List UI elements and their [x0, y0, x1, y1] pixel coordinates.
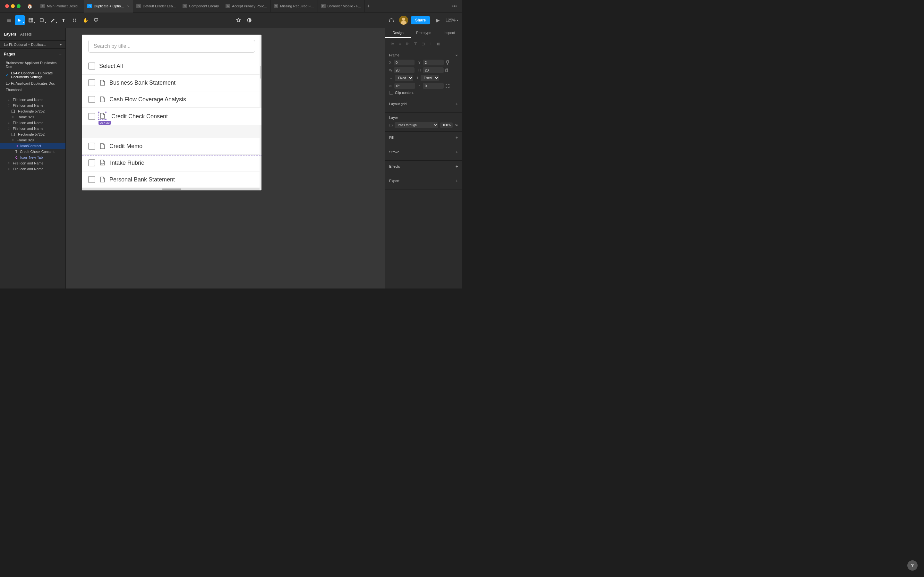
- tab-borrower[interactable]: B Borrower Mobile - F...: [318, 0, 365, 13]
- distribute[interactable]: ⊞: [435, 41, 442, 47]
- doc-checkbox[interactable]: [88, 176, 95, 183]
- add-layout-grid[interactable]: +: [456, 101, 458, 106]
- prototype-tab[interactable]: Prototype: [411, 28, 437, 38]
- menu-tool[interactable]: [4, 15, 14, 25]
- layer-file-icon-0[interactable]: File Icon and Name: [0, 97, 65, 103]
- doc-intake-rubric[interactable]: A+ Intake Rubric: [82, 155, 262, 171]
- visibility-toggle[interactable]: 👁: [455, 123, 458, 127]
- y-input[interactable]: [423, 60, 444, 65]
- tab-missing[interactable]: M Missing Required Fi...: [270, 0, 318, 13]
- share-button[interactable]: Share: [411, 16, 430, 24]
- layer-file-icon-3[interactable]: File Icon and Name: [0, 126, 65, 131]
- text-tool[interactable]: T: [58, 15, 69, 25]
- add-export[interactable]: +: [456, 178, 458, 183]
- layer-rect-57252-0[interactable]: Rectangle 57252: [0, 108, 65, 114]
- layer-file-icon-5[interactable]: File Icon and Name: [0, 166, 65, 172]
- doc-credit-check[interactable]: 20 × 20 Credit Check Consent: [82, 108, 262, 125]
- tab-duplicate[interactable]: D Duplicate + Optio... ✕: [84, 0, 133, 13]
- theme-tool[interactable]: [244, 15, 254, 25]
- expand-icon[interactable]: [445, 83, 450, 89]
- clip-checkbox[interactable]: [389, 91, 393, 95]
- layer-file-icon-4[interactable]: File Icon and Name: [0, 160, 65, 166]
- corner-input[interactable]: [423, 83, 444, 89]
- select-all-row[interactable]: Select All: [82, 58, 262, 74]
- add-page-button[interactable]: +: [59, 51, 61, 57]
- pen-tool[interactable]: ▾: [47, 15, 58, 25]
- inspect-tab[interactable]: Inspect: [436, 28, 462, 38]
- new-tab-button[interactable]: +: [365, 3, 373, 9]
- cursor-tool[interactable]: ▾: [15, 15, 25, 25]
- w-input[interactable]: [394, 67, 415, 73]
- scrollbar-thumb[interactable]: [260, 66, 261, 79]
- tab-component[interactable]: C Component Library: [179, 0, 223, 13]
- more-tabs-button[interactable]: •••: [449, 3, 459, 9]
- layers-tab[interactable]: Layers: [4, 31, 16, 38]
- hand-tool[interactable]: ✋: [80, 15, 90, 25]
- layer-frame-929-0[interactable]: Frame 929: [0, 114, 65, 120]
- opacity-input[interactable]: [440, 122, 453, 128]
- doc-credit-memo[interactable]: Credit Memo: [82, 138, 262, 155]
- user-avatar[interactable]: [399, 16, 408, 25]
- shape-tool[interactable]: ▾: [37, 15, 47, 25]
- tab-duplicate-close[interactable]: ✕: [127, 5, 129, 8]
- doc-checkbox[interactable]: [88, 79, 95, 86]
- add-fill[interactable]: +: [456, 135, 458, 140]
- layer-icon-contract[interactable]: Icon/Contract: [0, 143, 65, 149]
- align-bottom[interactable]: ⊥: [428, 41, 434, 47]
- headphone-icon[interactable]: [386, 15, 397, 25]
- plugin-tool[interactable]: [233, 15, 244, 25]
- tab-main[interactable]: F Main Product Desig...: [37, 0, 84, 13]
- frame-chevron[interactable]: [455, 53, 458, 57]
- comment-tool[interactable]: [91, 15, 102, 25]
- component-tool[interactable]: [69, 15, 79, 25]
- doc-checkbox[interactable]: [88, 143, 95, 150]
- tab-default[interactable]: D Default Lender Lea...: [133, 0, 179, 13]
- layer-rect-57252-1[interactable]: Rectangle 57252: [0, 131, 65, 137]
- h-input[interactable]: [423, 67, 444, 73]
- close-window[interactable]: [5, 4, 9, 8]
- assets-tab[interactable]: Assets: [20, 31, 32, 38]
- search-input[interactable]: Search by title...: [88, 40, 255, 53]
- page-brainstorm[interactable]: Brainstorm: Applicant Duplicates Doc: [4, 60, 61, 70]
- frame-tool[interactable]: ▾: [26, 15, 36, 25]
- doc-checkbox[interactable]: [88, 96, 95, 103]
- constrain-proportions[interactable]: [445, 60, 450, 65]
- align-top[interactable]: ⊤: [412, 41, 419, 47]
- page-lofi-optional[interactable]: ✓ Lo-Fi: Optional + Duplicate Documents …: [4, 70, 61, 80]
- select-all-checkbox[interactable]: [88, 63, 95, 69]
- layer-file-icon-2[interactable]: File Icon and Name: [0, 120, 65, 126]
- add-effect[interactable]: +: [456, 164, 458, 169]
- layer-icon-new-tab[interactable]: Icon_New-Tab: [0, 155, 65, 160]
- home-button[interactable]: 🏠: [24, 1, 35, 11]
- page-thumbnail[interactable]: Thumbnail: [4, 87, 61, 93]
- doc-cash-flow[interactable]: Cash Flow Coverage Analysis: [82, 91, 262, 108]
- present-button[interactable]: ▶: [433, 15, 443, 25]
- scrollbar-thumb-horizontal[interactable]: [162, 189, 181, 190]
- align-center-h[interactable]: ≡: [397, 41, 403, 47]
- page-lofi-applicant[interactable]: Lo-Fi: Applicant Duplicates Doc: [4, 80, 61, 87]
- zoom-control[interactable]: 125% ▾: [446, 18, 458, 23]
- doc-personal-bank[interactable]: Personal Bank Statement: [82, 171, 262, 188]
- layer-file-icon-1[interactable]: File Icon and Name: [0, 103, 65, 108]
- doc-checkbox[interactable]: [88, 113, 95, 120]
- design-tab[interactable]: Design: [385, 28, 411, 38]
- layer-frame-929-1[interactable]: Frame 929: [0, 137, 65, 143]
- fixed-w-select[interactable]: Fixed Hug Fill: [395, 75, 413, 81]
- layer-credit-check-text[interactable]: T Credit Check Consent: [0, 149, 65, 155]
- x-input[interactable]: [394, 60, 415, 65]
- lock-icon[interactable]: [445, 68, 450, 73]
- align-left[interactable]: ⊫: [389, 41, 396, 47]
- fixed-h-select[interactable]: Fixed Hug Fill: [421, 75, 439, 81]
- tab-accept[interactable]: A Accept Privacy Polic...: [222, 0, 270, 13]
- align-right[interactable]: ⊪: [405, 41, 411, 47]
- doc-bank-statement[interactable]: Business Bank Statement: [82, 75, 262, 91]
- rotation-input[interactable]: [394, 83, 415, 89]
- maximize-window[interactable]: [17, 4, 21, 8]
- breadcrumb-chevron[interactable]: ▾: [60, 43, 61, 47]
- minimize-window[interactable]: [11, 4, 15, 8]
- bottom-scrollbar[interactable]: [82, 188, 262, 190]
- align-center-v[interactable]: ⊟: [420, 41, 426, 47]
- doc-checkbox[interactable]: [88, 159, 95, 166]
- blend-mode-select[interactable]: Pass through Normal Multiply Screen Over…: [395, 122, 438, 128]
- add-stroke[interactable]: +: [456, 149, 458, 155]
